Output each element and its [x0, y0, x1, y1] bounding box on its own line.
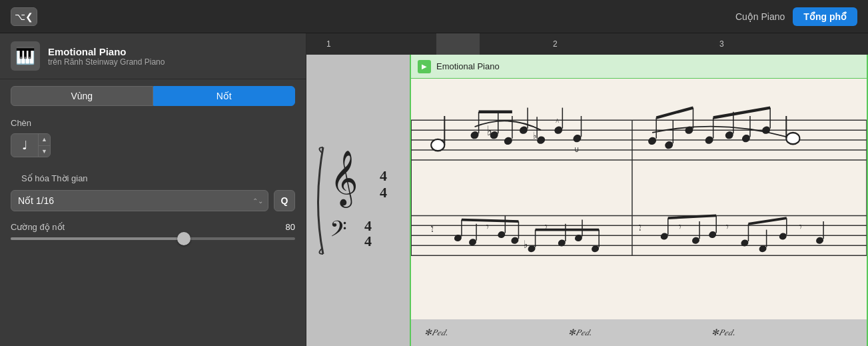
pedal-mark-3: ✻𝑃𝑒𝑑. — [711, 327, 735, 338]
timeline-row: 1 2 3 — [306, 33, 868, 55]
smart-control-button[interactable]: ⌥❮ — [11, 7, 37, 26]
velocity-label: Cường độ nốt — [11, 222, 65, 232]
svg-text:𝄾.: 𝄾. — [431, 222, 434, 235]
main-area: 🎹 Emotional Piano trên Rãnh Steinway Gra… — [0, 33, 868, 346]
notation-body: ♭ ♭ — [411, 79, 867, 319]
q-button[interactable]: Q — [274, 190, 295, 211]
svg-point-57 — [786, 133, 799, 144]
play-icon: ▶ — [422, 63, 427, 70]
clef-area: 𝄞 4 4 𝄢 4 4 — [310, 141, 403, 261]
velocity-header: Cường độ nốt 80 — [11, 222, 295, 232]
note-stepper[interactable]: ♩ ▲ ▼ — [11, 133, 51, 157]
stepper-arrows: ▲ ▼ — [38, 134, 50, 157]
timeline-marker-1: 1 — [326, 39, 331, 49]
note-icon: ♩ — [11, 138, 38, 153]
track-name: Emotional Piano — [436, 61, 500, 71]
top-bar: ⌥❮ Cuộn Piano Tổng phổ — [0, 0, 868, 33]
svg-text:∪: ∪ — [574, 145, 579, 153]
svg-text:♭: ♭ — [524, 239, 528, 251]
tab-row: Vùng Nốt — [0, 79, 306, 113]
velocity-value: 80 — [286, 222, 295, 232]
slider-thumb[interactable] — [177, 232, 191, 245]
svg-text:4: 4 — [380, 184, 387, 201]
svg-text:𝄞: 𝄞 — [330, 151, 358, 208]
piano-icon: 🎹 — [15, 47, 35, 65]
quantize-select-wrapper: Nốt 1/4 Nốt 1/8 Nốt 1/16 Nốt 1/32 — [11, 190, 268, 211]
svg-rect-6 — [411, 79, 867, 319]
clef-svg: 𝄞 4 4 𝄢 4 4 — [310, 141, 403, 261]
top-bar-right: Cuộn Piano Tổng phổ — [735, 7, 857, 26]
tab-vung[interactable]: Vùng — [11, 86, 153, 106]
insert-section: Chèn ♩ ▲ ▼ — [0, 113, 306, 165]
svg-text:♭: ♭ — [533, 131, 536, 141]
left-panel: 🎹 Emotional Piano trên Rãnh Steinway Gra… — [0, 33, 306, 346]
slider-fill — [11, 237, 184, 240]
svg-text:^: ^ — [556, 117, 559, 125]
track-label-bar: ▶ Emotional Piano — [411, 55, 867, 79]
score-left-panel: 𝄞 4 4 𝄢 4 4 — [306, 55, 410, 346]
insert-label: Chèn — [0, 113, 306, 131]
instrument-name: Emotional Piano — [48, 46, 165, 57]
svg-text:4: 4 — [364, 233, 372, 249]
notation-outer: ▶ Emotional Piano — [410, 55, 868, 346]
svg-text:4: 4 — [380, 167, 387, 184]
top-bar-left: ⌥❮ — [11, 7, 37, 26]
svg-line-69 — [462, 220, 519, 221]
velocity-section: Cường độ nốt 80 — [0, 214, 306, 248]
content-row: 𝄞 4 4 𝄢 4 4 ▶ — [306, 55, 868, 346]
svg-text:4: 4 — [364, 217, 372, 234]
velocity-slider[interactable] — [11, 237, 295, 240]
svg-text:𝄢: 𝄢 — [330, 217, 347, 247]
smart-control-icon: ⌥❮ — [15, 11, 33, 22]
cuon-piano-label: Cuộn Piano — [735, 11, 785, 22]
quantize-row: Nốt 1/4 Nốt 1/8 Nốt 1/16 Nốt 1/32 Q — [11, 190, 295, 211]
tab-not[interactable]: Nốt — [153, 86, 296, 106]
right-section: 1 2 3 𝄞 4 4 — [306, 33, 868, 346]
pedal-mark-1: ✻𝑃𝑒𝑑. — [424, 327, 448, 338]
timeline-shade — [436, 33, 480, 55]
instrument-icon: 🎹 — [11, 41, 40, 71]
svg-point-20 — [431, 139, 444, 151]
quantize-select[interactable]: Nốt 1/4 Nốt 1/8 Nốt 1/16 Nốt 1/32 — [11, 190, 268, 211]
score-svg: ♭ ♭ — [411, 79, 867, 319]
track-play-button[interactable]: ▶ — [418, 60, 431, 73]
pedal-area: ✻𝑃𝑒𝑑. ✻𝑃𝑒𝑑. ✻𝑃𝑒𝑑. — [411, 319, 867, 346]
stepper-down-button[interactable]: ▼ — [39, 146, 50, 157]
quantize-label: Số hóa Thời gian — [11, 168, 295, 186]
pedal-mark-2: ✻𝑃𝑒𝑑. — [568, 327, 592, 338]
instrument-header: 🎹 Emotional Piano trên Rãnh Steinway Gra… — [0, 33, 306, 79]
svg-text:𝄾.: 𝄾. — [639, 220, 642, 233]
timeline-marker-3: 3 — [719, 39, 724, 49]
tong-pho-button[interactable]: Tổng phổ — [793, 7, 857, 26]
instrument-info: Emotional Piano trên Rãnh Steinway Grand… — [48, 46, 165, 67]
insert-control: ♩ ▲ ▼ — [0, 131, 306, 165]
stepper-up-button[interactable]: ▲ — [39, 134, 50, 146]
timeline-marker-2: 2 — [553, 39, 558, 49]
quantize-section: Số hóa Thời gian Nốt 1/4 Nốt 1/8 Nốt 1/1… — [0, 165, 306, 214]
instrument-subtitle: trên Rãnh Steinway Grand Piano — [48, 57, 165, 67]
